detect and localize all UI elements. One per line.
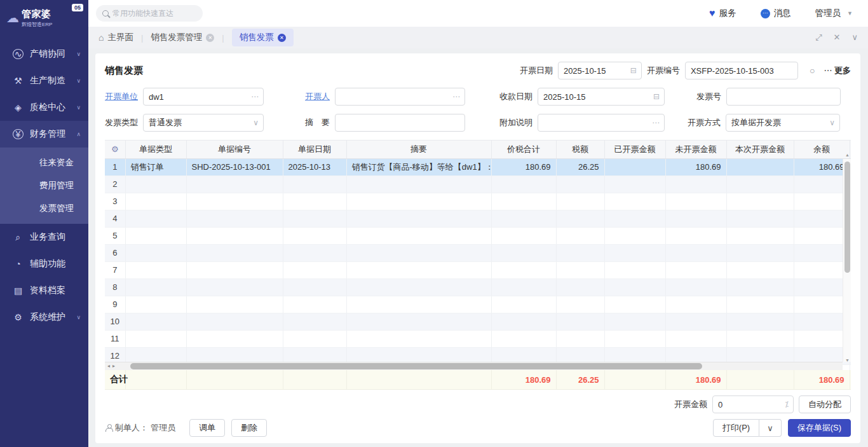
vertical-scroll-thumb[interactable] [844,162,850,273]
drawer-link[interactable]: 开票人 [305,91,330,102]
cell-type[interactable] [125,279,186,296]
cell-invoiced[interactable] [604,261,665,279]
sidebar-item-expense[interactable]: 费用管理 [0,174,88,197]
save-button[interactable]: 保存单据(S) [788,419,851,437]
cell-invoiced[interactable] [604,158,665,175]
delete-button[interactable]: 删除 [231,419,267,437]
table-row[interactable]: 10 [105,313,851,330]
cell-no[interactable]: SHD-2025-10-13-001 [186,158,283,175]
cell-tax[interactable] [556,244,604,261]
table-row[interactable]: 5 [105,227,851,244]
more-button[interactable]: ⋯ 更多 [824,65,851,76]
chevron-down-icon[interactable]: ∨ [829,118,835,127]
table-row[interactable]: 2 [105,175,851,193]
cell-summary[interactable] [346,227,491,244]
cell-summary[interactable] [346,193,491,210]
cell-total[interactable] [491,330,556,347]
billing-method-value[interactable] [726,118,839,128]
cell-date[interactable] [283,313,346,330]
service-button[interactable]: ♥ 服务 [709,8,736,19]
cell-total[interactable] [491,296,556,313]
cell-date[interactable] [283,193,346,210]
table-row[interactable]: 8 [105,279,851,296]
header-current[interactable]: 本次开票金额 [726,141,794,158]
tab-sales-invoice[interactable]: 销售发票 ✕ [232,29,294,46]
cell-no[interactable] [186,279,283,296]
print-dropdown-button[interactable]: ∨ [759,419,782,437]
cell-tax[interactable] [556,193,604,210]
note-input[interactable] [538,118,664,128]
cell-type[interactable] [125,210,186,227]
sidebar-item-manufacturing[interactable]: ⚒ 生产制造 ∨ [0,67,88,94]
auto-assign-button[interactable]: 自动分配 [799,395,851,413]
header-tax[interactable]: 税额 [556,141,604,158]
cell-date[interactable]: 2025-10-13 [283,158,346,175]
ellipsis-picker-icon[interactable]: ⋯ [452,92,460,101]
sidebar-item-funds[interactable]: 往来资金 [0,151,88,174]
cell-tax[interactable] [556,210,604,227]
cell-no[interactable] [186,296,283,313]
close-icon[interactable]: ✕ [278,34,286,42]
cell-tax[interactable] [556,175,604,193]
header-extra[interactable]: 附加 [850,141,851,158]
cell-current[interactable] [726,261,794,279]
cell-type[interactable] [125,227,186,244]
cell-tax[interactable] [556,227,604,244]
sidebar-item-aux-functions[interactable]: ◔ 辅助功能 [0,251,88,277]
invoice-number-input[interactable] [727,92,840,102]
cell-tax[interactable] [556,279,604,296]
ellipsis-picker-icon[interactable]: ⋯ [251,92,259,101]
calendar-icon[interactable]: ⊟ [630,66,637,75]
cell-invoiced[interactable] [604,193,665,210]
cell-total[interactable] [491,193,556,210]
cell-total[interactable] [491,244,556,261]
cell-summary[interactable] [346,261,491,279]
cell-uninvoiced[interactable] [665,279,726,296]
close-icon[interactable]: ✕ [834,32,841,43]
cell-summary[interactable] [346,279,491,296]
sidebar-item-production-sales[interactable]: ∿ 产销协同 ∨ [0,41,88,67]
search-input[interactable] [112,9,189,18]
cell-num[interactable]: 7 [105,261,125,279]
invoice-type-value[interactable] [144,118,263,128]
cell-balance[interactable] [794,210,850,227]
cell-current[interactable] [726,227,794,244]
collapse-chevron-icon[interactable]: ∨ [851,32,858,43]
header-total[interactable]: 价税合计 [491,141,556,158]
cell-total[interactable]: 180.69 [491,158,556,175]
horizontal-scrollbar[interactable]: ◂▸ [105,362,843,370]
recall-order-button[interactable]: 调单 [189,419,225,437]
header-doc-no[interactable]: 单据编号 [186,141,283,158]
cell-tax[interactable] [556,313,604,330]
sidebar-item-invoice-mgmt[interactable]: 发票管理 [0,197,88,220]
cell-num[interactable]: 1 [105,158,125,175]
cell-total[interactable] [491,313,556,330]
cell-no[interactable] [186,261,283,279]
tab-home[interactable]: 主界面 [107,32,133,43]
quick-search[interactable] [96,5,203,22]
cell-num[interactable]: 10 [105,313,125,330]
cell-total[interactable] [491,227,556,244]
billing-unit-input[interactable] [144,92,263,102]
user-menu[interactable]: 管理员 ▼ [815,8,853,19]
scroll-arrows-icon[interactable]: ◂▸ [107,363,118,369]
cell-summary[interactable] [346,210,491,227]
header-doc-type[interactable]: 单据类型 [125,141,186,158]
cell-type[interactable] [125,296,186,313]
cell-balance[interactable] [794,193,850,210]
header-doc-date[interactable]: 单据日期 [283,141,346,158]
header-summary[interactable]: 摘要 [346,141,491,158]
cell-tax[interactable]: 26.25 [556,158,604,175]
cell-balance[interactable]: 180.69 [794,158,850,175]
close-icon[interactable]: ✕ [206,34,214,42]
invoice-date-input[interactable] [559,66,641,76]
cell-uninvoiced[interactable] [665,193,726,210]
drawer-input[interactable] [336,92,465,102]
cell-summary[interactable]: 销售订货【商品-移动】等给【dw1】：zy1 [346,158,491,175]
header-uninvoiced[interactable]: 未开票金额 [665,141,726,158]
cell-tax[interactable] [556,296,604,313]
cell-invoiced[interactable] [604,210,665,227]
sidebar-item-business-query[interactable]: ⌕ 业务查询 [0,224,88,251]
tab-invoice-management[interactable]: 销售发票管理 ✕ [151,32,214,43]
cell-balance[interactable] [794,279,850,296]
